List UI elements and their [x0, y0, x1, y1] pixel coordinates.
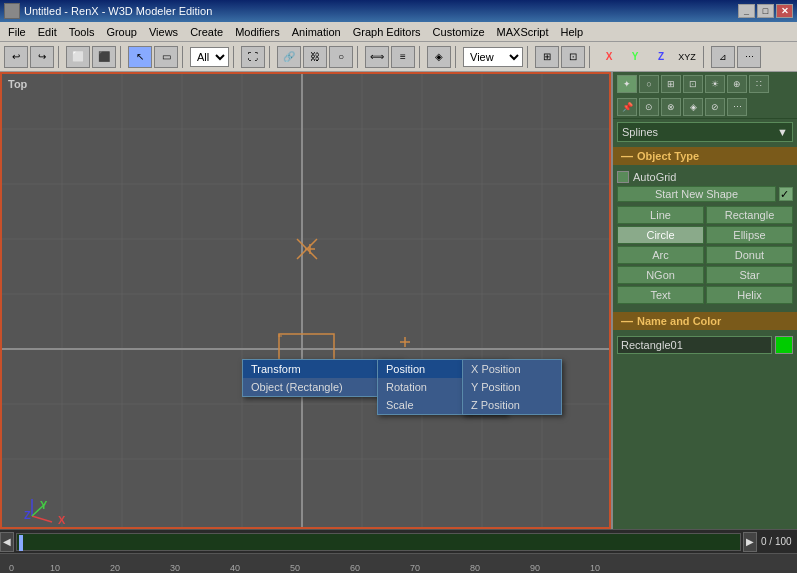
object-type-collapse[interactable]: —	[621, 149, 633, 163]
shape-donut[interactable]: Donut	[706, 246, 793, 264]
shape-helix[interactable]: Helix	[706, 286, 793, 304]
ruler-tick-30: 30	[170, 563, 180, 573]
name-color-collapse[interactable]: —	[621, 314, 633, 328]
ruler-tick-100: 10	[590, 563, 600, 573]
undo-button[interactable]: ↩	[4, 46, 28, 68]
selection-filter[interactable]: All	[190, 47, 229, 67]
object-type-section: AutoGrid Start New Shape ✓ Line Rectangl…	[613, 167, 797, 310]
panel-icon-tool4[interactable]: ◈	[683, 98, 703, 116]
start-new-shape-row: Start New Shape ✓	[617, 186, 793, 202]
panel-icon-tool5[interactable]: ⊘	[705, 98, 725, 116]
toolbar-sep-5	[269, 46, 273, 68]
region-button[interactable]: ▭	[154, 46, 178, 68]
subsubmenu-z-position[interactable]: Z Position	[463, 396, 561, 414]
menu-maxscript[interactable]: MAXScript	[491, 24, 555, 40]
redo-button[interactable]: ↪	[30, 46, 54, 68]
shape-circle[interactable]: Circle	[617, 226, 704, 244]
panel-icon-grid[interactable]: ⊞	[661, 75, 681, 93]
pick-button[interactable]: ⛶	[241, 46, 265, 68]
title-bar-text: Untitled - RenX - W3D Modeler Edition	[24, 5, 212, 17]
render-btn2[interactable]: ⋯	[737, 46, 761, 68]
menu-help[interactable]: Help	[555, 24, 590, 40]
color-swatch[interactable]	[775, 336, 793, 354]
shape-star[interactable]: Star	[706, 266, 793, 284]
menu-group[interactable]: Group	[100, 24, 143, 40]
shape-line[interactable]: Line	[617, 206, 704, 224]
name-color-section	[613, 332, 797, 358]
menu-create[interactable]: Create	[184, 24, 229, 40]
shape-grid: Line Rectangle Circle Ellipse Arc Donut …	[617, 206, 793, 304]
xyz-x[interactable]: X	[597, 46, 621, 68]
dropdown-arrow-icon: ▼	[777, 126, 788, 138]
menu-animation[interactable]: Animation	[286, 24, 347, 40]
panel-icon-tool2[interactable]: ⊙	[639, 98, 659, 116]
toolbar-sep-4	[233, 46, 237, 68]
panel-icon-light[interactable]: ☀	[705, 75, 725, 93]
menu-bar: File Edit Tools Group Views Create Modif…	[0, 22, 797, 42]
panel-icon-cursor[interactable]: ✦	[617, 75, 637, 93]
shape-ellipse[interactable]: Ellipse	[706, 226, 793, 244]
panel-icon-pin[interactable]: 📌	[617, 98, 637, 116]
mirror-button[interactable]: ⟺	[365, 46, 389, 68]
panel-icon-space[interactable]: ∷	[749, 75, 769, 93]
subsubmenu-y-position[interactable]: Y Position	[463, 378, 561, 396]
panel-icon-helper[interactable]: ⊕	[727, 75, 747, 93]
xyz-z[interactable]: Z	[649, 46, 673, 68]
menu-modifiers[interactable]: Modifiers	[229, 24, 286, 40]
menu-views[interactable]: Views	[143, 24, 184, 40]
splines-dropdown[interactable]: Splines ▼	[617, 122, 793, 142]
timeline-prev-btn[interactable]: ◀	[0, 532, 14, 552]
render-btn1[interactable]: ⊿	[711, 46, 735, 68]
subsubmenu-x-position[interactable]: X Position	[463, 360, 561, 378]
maximize-button[interactable]: □	[757, 4, 774, 18]
unlink-button[interactable]: ⛓	[303, 46, 327, 68]
shape-text[interactable]: Text	[617, 286, 704, 304]
app-icon	[4, 3, 20, 19]
panel-icon-camera[interactable]: ⊡	[683, 75, 703, 93]
select2-button[interactable]: ⬛	[92, 46, 116, 68]
shape-ngon[interactable]: NGon	[617, 266, 704, 284]
view-btn1[interactable]: ⊞	[535, 46, 559, 68]
ruler-tick-40: 40	[230, 563, 240, 573]
align-button[interactable]: ≡	[391, 46, 415, 68]
toolbar-sep-2	[120, 46, 124, 68]
viewport-top[interactable]: Top	[0, 72, 611, 529]
timeline-track[interactable]	[16, 533, 741, 551]
menu-file[interactable]: File	[2, 24, 32, 40]
toolbar: ↩ ↪ ⬜ ⬛ ↖ ▭ All ⛶ 🔗 ⛓ ○ ⟺ ≡ ◈ View ⊞ ⊡ X…	[0, 42, 797, 72]
minimize-button[interactable]: _	[738, 4, 755, 18]
autogrid-checkbox[interactable]	[617, 171, 629, 183]
menu-customize[interactable]: Customize	[427, 24, 491, 40]
close-button[interactable]: ✕	[776, 4, 793, 18]
toolbar-sep-6	[357, 46, 361, 68]
arrow-button[interactable]: ↖	[128, 46, 152, 68]
menu-graph-editors[interactable]: Graph Editors	[347, 24, 427, 40]
panel-icon-row-1: ✦ ○ ⊞ ⊡ ☀ ⊕ ∷	[613, 72, 797, 96]
shape-arc[interactable]: Arc	[617, 246, 704, 264]
panel-icon-row-2: 📌 ⊙ ⊗ ◈ ⊘ ⋯	[613, 96, 797, 119]
panel-icon-tool3[interactable]: ⊗	[661, 98, 681, 116]
panel-icon-shapes[interactable]: ○	[639, 75, 659, 93]
shape-rectangle[interactable]: Rectangle	[706, 206, 793, 224]
name-color-row	[617, 336, 793, 354]
toolbar-sep-9	[527, 46, 531, 68]
view-select[interactable]: View	[463, 47, 523, 67]
context-menu-overlay: Transform ▶ Object (Rectangle) ▶ Positio…	[2, 74, 609, 527]
start-new-shape-checkbox[interactable]: ✓	[779, 187, 793, 201]
xyz-xyz[interactable]: XYZ	[675, 46, 699, 68]
xyz-y[interactable]: Y	[623, 46, 647, 68]
toolbar-sep-1	[58, 46, 62, 68]
bind-button[interactable]: ○	[329, 46, 353, 68]
menu-edit[interactable]: Edit	[32, 24, 63, 40]
view-btn2[interactable]: ⊡	[561, 46, 585, 68]
panel-icon-tool6[interactable]: ⋯	[727, 98, 747, 116]
start-new-shape-button[interactable]: Start New Shape	[617, 186, 776, 202]
object-name-input[interactable]	[617, 336, 772, 354]
material-button[interactable]: ◈	[427, 46, 451, 68]
ruler-tick-50: 50	[290, 563, 300, 573]
menu-tools[interactable]: Tools	[63, 24, 101, 40]
link-button[interactable]: 🔗	[277, 46, 301, 68]
timeline-next-btn[interactable]: ▶	[743, 532, 757, 552]
ruler-tick-80: 80	[470, 563, 480, 573]
select-button[interactable]: ⬜	[66, 46, 90, 68]
